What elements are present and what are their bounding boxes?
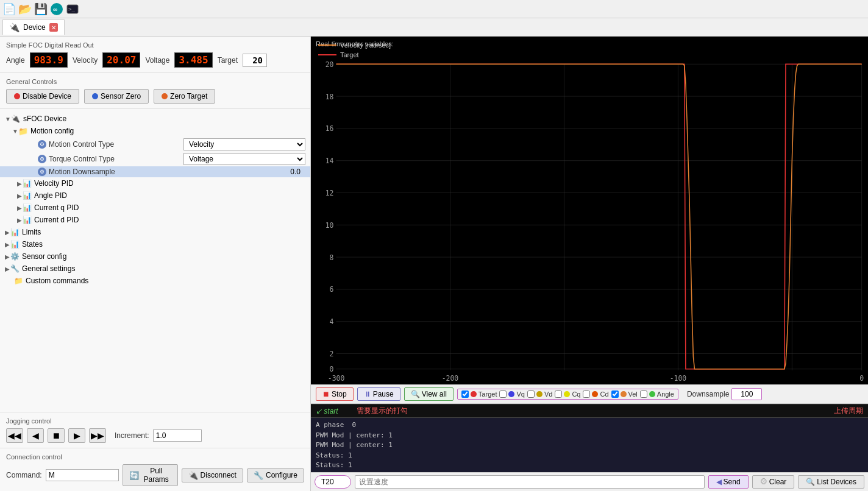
velocity-value: 20.07 xyxy=(102,52,140,68)
pull-params-button[interactable]: 🔄 Pull Params xyxy=(123,464,178,486)
tree-root[interactable]: ▼ 🔌 sFOC Device xyxy=(0,113,310,125)
jogging-controls: ◀◀ ◀ ⏹ ▶ ▶▶ Increment: xyxy=(6,428,304,443)
disable-device-button[interactable]: Disable Device xyxy=(6,89,79,104)
jog-next-next-btn[interactable]: ▶▶ xyxy=(89,428,106,443)
cd-legend-label: Cd xyxy=(600,390,608,398)
disconnect-button[interactable]: 🔌 Disconnect xyxy=(182,468,243,482)
increment-label: Increment: xyxy=(115,431,149,440)
downsample-input[interactable] xyxy=(731,388,762,400)
connection-row: Command: 🔄 Pull Params 🔌 Disconnect 🔧 Co… xyxy=(6,464,304,486)
connection-title: Connection control xyxy=(6,453,304,461)
sensor-label: Sensor Zero xyxy=(101,92,141,101)
cli-text: A phase 0 PWM Mod | center: 1 PWM Mod | … xyxy=(316,420,863,471)
velocity-pid-icon: 📊 xyxy=(22,178,32,188)
motion-control-type-select[interactable]: Velocity Angle Torque xyxy=(183,138,305,150)
velocity-pid-chevron: ▶ xyxy=(17,180,22,187)
right-panel: Real time motor variables: Velocity [rad… xyxy=(311,37,868,491)
tree-item-sensor-config[interactable]: ▶ ⚙️ Sensor config xyxy=(0,250,310,263)
vq-legend-label: Vq xyxy=(516,390,524,398)
legend-vd-checkbox[interactable] xyxy=(527,390,535,398)
legend-vd: Vd xyxy=(527,390,552,398)
open-icon[interactable]: 📂 xyxy=(18,2,32,16)
digital-readout: Simple FOC Digital Read Out Angle 983.9 … xyxy=(0,37,310,73)
custom-commands-label: Custom commands xyxy=(26,277,88,285)
cmd-input[interactable] xyxy=(46,469,119,481)
angle-pid-label: Angle PID xyxy=(34,191,67,200)
velocity-pid-label: Velocity PID xyxy=(34,179,74,188)
viewall-label: View all xyxy=(422,390,447,398)
arduino-icon[interactable]: ∞ xyxy=(50,2,63,16)
legend-target-checkbox[interactable] xyxy=(461,390,469,398)
current-d-pid-chevron: ▶ xyxy=(17,217,22,224)
current-d-pid-icon: 📊 xyxy=(22,215,32,225)
increment-input[interactable] xyxy=(153,429,202,442)
tree-item-limits[interactable]: ▶ 📊 Limits xyxy=(0,226,310,238)
tree-item-custom-commands[interactable]: 📁 Custom commands xyxy=(0,275,310,287)
tree-item-angle-pid[interactable]: ▶ 📊 Angle PID xyxy=(0,189,310,202)
terminal-icon[interactable]: >_ xyxy=(66,2,79,16)
tree-item-states[interactable]: ▶ 📊 States xyxy=(0,238,310,250)
pause-button[interactable]: ⏸ Pause xyxy=(357,387,400,401)
target-dot xyxy=(471,391,477,397)
new-icon[interactable]: 📄 xyxy=(2,2,16,16)
list-devices-button[interactable]: 🔍 List Devices xyxy=(798,475,864,489)
jog-prev-prev-btn[interactable]: ◀◀ xyxy=(6,428,23,443)
view-all-button[interactable]: 🔍 View all xyxy=(404,387,454,401)
svg-text:0: 0 xyxy=(330,365,334,374)
jog-next-btn[interactable]: ▶ xyxy=(68,428,85,443)
svg-text:0: 0 xyxy=(859,374,864,383)
current-q-pid-icon: 📊 xyxy=(22,203,32,213)
chart-legend-velocity: Velocity [rad/sec] xyxy=(318,41,391,49)
legend-cd-checkbox[interactable] xyxy=(583,390,590,398)
legend-vel-checkbox[interactable] xyxy=(611,390,619,398)
svg-text:6: 6 xyxy=(330,285,334,294)
annotation-check: 需要显示的打勾 xyxy=(357,406,408,416)
tree-item-current-d-pid[interactable]: ▶ 📊 Current d PID xyxy=(0,214,310,226)
cli-scroll[interactable]: A phase 0 PWM Mod | center: 1 PWM Mod | … xyxy=(311,418,868,472)
legend-angle-checkbox[interactable] xyxy=(640,390,647,398)
clear-button[interactable]: ⭙ Clear xyxy=(752,475,795,489)
readout-row: Angle 983.9 Velocity 20.07 Voltage 3.485… xyxy=(6,52,304,68)
motion-downsample-label: Motion Downsample xyxy=(49,168,290,176)
jog-prev-btn[interactable]: ◀ xyxy=(27,428,44,443)
motion-config-chevron: ▼ xyxy=(12,128,18,135)
motion-downsample-gear-icon: ⚙ xyxy=(38,168,46,176)
tree-item-velocity-pid[interactable]: ▶ 📊 Velocity PID xyxy=(0,177,310,189)
downsample-label: Downsample xyxy=(687,390,729,398)
torque-control-type-select[interactable]: Voltage Current xyxy=(183,153,305,165)
disconnect-label: Disconnect xyxy=(201,471,237,479)
custom-commands-icon: 📁 xyxy=(13,276,23,286)
legend-target: Target xyxy=(461,390,497,398)
main-layout: Simple FOC Digital Read Out Angle 983.9 … xyxy=(0,37,868,491)
send-label: Send xyxy=(724,478,741,486)
cmd-prefix-input[interactable] xyxy=(315,475,351,489)
cq-dot xyxy=(564,391,570,397)
tree-item-motion-config[interactable]: ▼ 📁 Motion config xyxy=(0,125,310,137)
tree-item-current-q-pid[interactable]: ▶ 📊 Current q PID xyxy=(0,202,310,214)
tab-close-btn[interactable]: ✕ xyxy=(49,23,58,32)
jog-stop-btn[interactable]: ⏹ xyxy=(48,428,65,443)
sensor-zero-button[interactable]: Sensor Zero xyxy=(84,89,149,104)
save-icon[interactable]: 💾 xyxy=(34,2,48,16)
svg-text:16: 16 xyxy=(326,124,334,133)
current-q-pid-chevron: ▶ xyxy=(17,205,22,211)
tab-device[interactable]: 🔌 Device ✕ xyxy=(2,19,65,35)
left-panel: Simple FOC Digital Read Out Angle 983.9 … xyxy=(0,37,311,491)
vq-dot xyxy=(508,391,514,397)
tree-item-general-settings[interactable]: ▶ 🔧 General settings xyxy=(0,263,310,275)
chart-controls: ⏹ Stop ⏸ Pause 🔍 View all Target xyxy=(311,384,868,404)
zero-target-button[interactable]: Zero Target xyxy=(154,89,215,104)
legend-vq-checkbox[interactable] xyxy=(499,390,507,398)
pull-params-label: Pull Params xyxy=(141,467,171,484)
tab-label: Device xyxy=(23,23,46,32)
configure-button[interactable]: 🔧 Configure xyxy=(247,468,304,482)
stop-button[interactable]: ⏹ Stop xyxy=(316,387,354,401)
chart-svg: 20 18 16 14 12 10 8 6 4 2 0 -300 -200 xyxy=(311,49,868,384)
velocity-legend-label: Velocity [rad/sec] xyxy=(340,41,391,49)
target-value: 20 xyxy=(243,54,267,67)
annotation-bar: ↙ start 需要显示的打勾 上传周期 xyxy=(311,404,868,417)
root-chevron: ▼ xyxy=(5,116,11,122)
legend-cq-checkbox[interactable] xyxy=(555,390,562,398)
send-button[interactable]: ◀ Send xyxy=(708,475,749,489)
cmd-main-input[interactable] xyxy=(355,475,705,489)
